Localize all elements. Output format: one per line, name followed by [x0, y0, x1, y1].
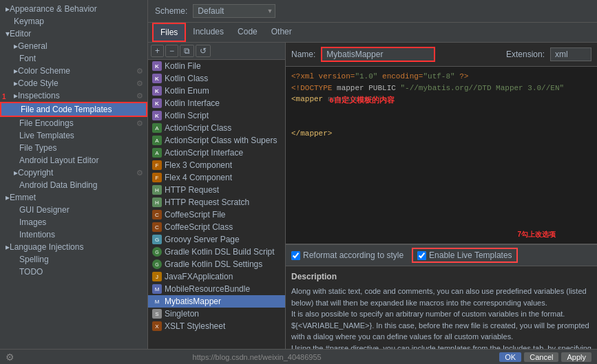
name-ext-row: 4不要忘记加.xml 5表明文件的后缀 Name: Extension:	[286, 43, 597, 67]
tab-files-label: Files	[160, 28, 178, 37]
kotlin-icon: K	[152, 74, 162, 83]
tab-files[interactable]: Files	[152, 23, 186, 42]
sidebar-item-label: File Encodings	[19, 118, 74, 128]
scheme-dropdown-wrap[interactable]: Default	[193, 4, 275, 18]
status-bar-left: ⚙	[6, 352, 14, 363]
sidebar-item-label: File Types	[19, 143, 56, 153]
list-item[interactable]: KKotlin Class	[148, 72, 285, 85]
tab-includes[interactable]: Includes	[186, 23, 231, 41]
list-item[interactable]: MMobileResourceBundle	[148, 283, 285, 295]
ok-button[interactable]: OK	[499, 352, 521, 362]
groovy-icon: G	[152, 235, 162, 244]
sidebar-item-label: Android Layout Editor	[19, 156, 98, 165]
add-file-button[interactable]: +	[151, 45, 164, 57]
code-line	[291, 105, 591, 117]
list-item[interactable]: GGroovy Server Page	[148, 233, 285, 246]
list-item[interactable]: GGradle Kotlin DSL Settings	[148, 258, 285, 270]
list-item[interactable]: CCoffeeScript Class	[148, 221, 285, 233]
code-line: <!DOCTYPE mapper PUBLIC "-//mybatis.org/…	[291, 83, 591, 94]
content-area: + − ⧉ ↺ KKotlin File KKotlin Class KKotl…	[148, 43, 597, 349]
sidebar-item-label: Images	[19, 217, 46, 227]
sidebar-item-colorscheme[interactable]: ▸ Color Scheme ⚙	[0, 65, 147, 77]
name-input[interactable]	[321, 47, 435, 62]
list-item[interactable]: FFlex 3 Component	[148, 159, 285, 171]
annotation-6: 6自定义模板的内容	[327, 94, 397, 106]
copy-file-button[interactable]: ⧉	[180, 45, 194, 57]
sidebar-item-language-injections[interactable]: ▸ Language Injections	[0, 241, 147, 253]
description-title: Description	[291, 270, 591, 283]
enable-live-checkbox-row[interactable]: Enable Live Templates	[412, 248, 518, 263]
gradle-icon: G	[152, 247, 162, 257]
sidebar-item-intentions[interactable]: Intentions	[0, 228, 147, 241]
flex-icon: F	[152, 173, 162, 182]
sidebar-item-label: Color Scheme	[18, 66, 70, 76]
list-item[interactable]: AActionScript Interface	[148, 147, 285, 159]
sidebar-item-editor[interactable]: ▾ Editor	[0, 28, 147, 40]
gear-icon: ⚙	[136, 169, 143, 178]
sidebar-item-todo[interactable]: TODO	[0, 266, 147, 278]
tab-other[interactable]: Other	[264, 23, 299, 41]
list-item[interactable]: KKotlin Interface	[148, 97, 285, 109]
bottom-options: 7勾上改选项 Reformat according to style Enabl…	[286, 244, 597, 266]
sidebar-item-images[interactable]: Images	[0, 216, 147, 228]
list-item[interactable]: HHTTP Request Scratch	[148, 196, 285, 208]
sidebar-item-label: Inspections	[18, 91, 60, 100]
list-item[interactable]: KKotlin Script	[148, 109, 285, 122]
sidebar-item-file-code-templates[interactable]: 1 File and Code Templates	[0, 102, 147, 117]
sidebar-item-font[interactable]: Font	[0, 52, 147, 65]
http-icon: H	[152, 185, 162, 195]
apply-button[interactable]: Apply	[561, 352, 591, 362]
list-item[interactable]: SSingleton	[148, 308, 285, 320]
status-bar: ⚙ https://blog.csdn.net/weixin_40486955 …	[0, 349, 597, 364]
sidebar-item-file-types[interactable]: File Types	[0, 142, 147, 154]
sidebar-item-codestyle[interactable]: ▸ Code Style ⚙	[0, 77, 147, 89]
reformat-label: Reformat according to style	[303, 250, 404, 260]
kotlin-icon: K	[152, 86, 162, 96]
sidebar-item-label: Editor	[10, 29, 31, 39]
sidebar-item-android-layout[interactable]: Android Layout Editor	[0, 154, 147, 167]
sidebar-item-android-databinding[interactable]: Android Data Binding	[0, 179, 147, 191]
sidebar-item-keymap[interactable]: Keymap	[0, 15, 147, 28]
sidebar-item-gui-designer[interactable]: GUI Designer	[0, 204, 147, 216]
sidebar-item-inspections[interactable]: ▸ Inspections ⚙	[0, 89, 147, 102]
enable-live-checkbox[interactable]	[417, 251, 426, 260]
list-item[interactable]: JJavaFXApplication	[148, 270, 285, 283]
reformat-checkbox-row[interactable]: Reformat according to style	[291, 250, 404, 260]
kotlin-icon: K	[152, 61, 162, 71]
sidebar-item-emmet[interactable]: ▸ Emmet	[0, 191, 147, 204]
sidebar-item-live-templates[interactable]: Live Templates	[0, 129, 147, 142]
name-label: Name:	[291, 50, 315, 59]
sidebar-item-label: Language Injections	[10, 242, 83, 252]
sidebar-item-general[interactable]: ▸ General	[0, 40, 147, 52]
reformat-checkbox[interactable]	[291, 251, 300, 260]
list-item[interactable]: CCoffeeScript File	[148, 208, 285, 221]
tab-code[interactable]: Code	[231, 23, 264, 41]
list-item[interactable]: XXSLT Stylesheet	[148, 320, 285, 332]
list-item[interactable]: FFlex 4 Component	[148, 171, 285, 184]
reset-file-button[interactable]: ↺	[196, 45, 211, 57]
code-editor[interactable]: 6自定义模板的内容 <?xml version="1.0" encoding="…	[286, 67, 597, 244]
tab-other-label: Other	[271, 27, 292, 36]
xslt-icon: X	[152, 321, 162, 331]
list-item[interactable]: AActionScript Class with Supers	[148, 134, 285, 147]
sidebar-item-appearance[interactable]: ▸ Appearance & Behavior	[0, 3, 147, 15]
cancel-button[interactable]: Cancel	[524, 352, 558, 362]
tabs-row: Files Includes Code Other	[148, 23, 597, 43]
right-panel: Scheme: Default Files Includes Code Othe…	[148, 0, 597, 349]
sidebar-item-copyright[interactable]: ▸ Copyright ⚙	[0, 167, 147, 179]
list-item[interactable]: KKotlin File	[148, 60, 285, 72]
scheme-select[interactable]: Default	[193, 4, 275, 18]
sidebar-item-spelling[interactable]: Spelling	[0, 253, 147, 266]
list-item[interactable]: KKotlin Enum	[148, 85, 285, 97]
gear-icon: ⚙	[136, 119, 143, 128]
list-item[interactable]: AActionScript Class	[148, 122, 285, 134]
coffee-icon: C	[152, 210, 162, 220]
mybatismapper-item[interactable]: MMybatisMapper	[148, 295, 285, 308]
action-icon: A	[152, 123, 162, 133]
settings-gear-icon[interactable]: ⚙	[6, 352, 14, 363]
remove-file-button[interactable]: −	[165, 45, 178, 57]
sidebar-item-file-encodings[interactable]: File Encodings ⚙	[0, 117, 147, 129]
list-item[interactable]: HHTTP Request	[148, 184, 285, 196]
list-item[interactable]: GGradle Kotlin DSL Build Script	[148, 246, 285, 258]
ext-input[interactable]	[550, 47, 591, 61]
